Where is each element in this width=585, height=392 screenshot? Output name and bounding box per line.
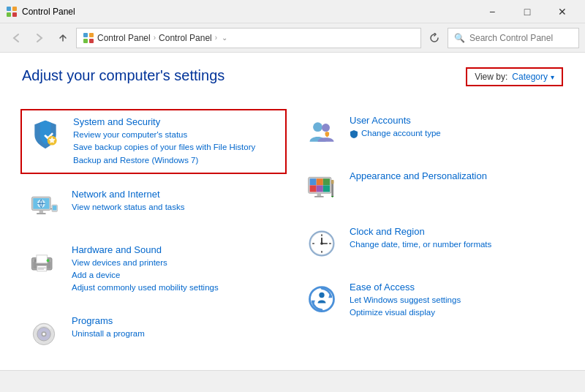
page-title: Adjust your computer's settings xyxy=(22,67,224,84)
path-segment-2: Control Panel xyxy=(159,33,212,43)
user-accounts-icon xyxy=(304,115,339,150)
category-hardware-sound[interactable]: Hardware and Sound View devices and prin… xyxy=(22,240,285,299)
right-column: User Accounts Change account type xyxy=(300,110,563,355)
dropdown-arrow-icon: ▾ xyxy=(551,73,554,81)
category-programs[interactable]: Programs Uninstall a program xyxy=(22,311,285,355)
svg-rect-14 xyxy=(37,213,46,214)
svg-rect-6 xyxy=(83,39,88,43)
svg-rect-22 xyxy=(37,265,47,271)
appearance-title[interactable]: Appearance and Personalization xyxy=(350,170,559,181)
network-internet-text: Network and Internet View network status… xyxy=(72,189,281,214)
app-icon xyxy=(6,6,18,18)
programs-icon xyxy=(26,315,61,350)
svg-rect-4 xyxy=(83,33,88,37)
category-system-security[interactable]: System and Security Review your computer… xyxy=(20,109,287,174)
programs-link-1[interactable]: Uninstall a program xyxy=(72,328,281,340)
system-security-link-3[interactable]: Backup and Restore (Windows 7) xyxy=(73,154,279,167)
svg-rect-13 xyxy=(39,210,44,213)
user-accounts-title[interactable]: User Accounts xyxy=(350,115,559,126)
clock-region-text: Clock and Region Change date, time, or n… xyxy=(350,226,559,251)
svg-rect-2 xyxy=(7,12,11,17)
svg-point-55 xyxy=(319,293,324,298)
hardware-sound-link-1[interactable]: View devices and printers xyxy=(72,257,281,269)
hardware-sound-text: Hardware and Sound View devices and prin… xyxy=(72,244,281,295)
network-internet-icon xyxy=(26,189,61,224)
search-box[interactable]: 🔍 xyxy=(448,28,579,48)
appearance-text: Appearance and Personalization xyxy=(350,170,559,183)
svg-rect-36 xyxy=(323,178,330,185)
svg-rect-7 xyxy=(89,39,94,43)
clock-region-title[interactable]: Clock and Region xyxy=(350,226,559,237)
svg-rect-0 xyxy=(7,7,11,11)
system-security-link-2[interactable]: Save backup copies of your files with Fi… xyxy=(73,141,279,154)
system-security-icon xyxy=(28,116,63,151)
maximize-button[interactable]: □ xyxy=(510,0,544,23)
svg-point-29 xyxy=(42,333,45,336)
system-security-title[interactable]: System and Security xyxy=(73,116,279,127)
svg-rect-5 xyxy=(89,33,94,37)
search-input[interactable] xyxy=(469,33,573,43)
minimize-button[interactable]: − xyxy=(475,0,509,23)
back-button[interactable] xyxy=(6,28,26,48)
clock-region-link-1[interactable]: Change date, time, or number formats xyxy=(350,238,559,251)
system-security-text: System and Security Review your computer… xyxy=(73,116,279,167)
view-by-box[interactable]: View by: Category ▾ xyxy=(466,67,563,86)
hardware-sound-icon xyxy=(26,244,61,279)
path-chevron2-icon: › xyxy=(215,34,217,42)
path-chevron-icon: › xyxy=(154,34,156,42)
programs-title[interactable]: Programs xyxy=(72,315,281,326)
user-shield-icon xyxy=(350,129,358,138)
category-user-accounts[interactable]: User Accounts Change account type xyxy=(300,110,563,154)
svg-rect-16 xyxy=(53,206,57,210)
view-by-dropdown[interactable]: Category ▾ xyxy=(512,72,554,82)
network-internet-title[interactable]: Network and Internet xyxy=(72,189,281,200)
category-appearance[interactable]: Appearance and Personalization xyxy=(300,166,563,210)
status-bar xyxy=(0,370,585,392)
address-path[interactable]: Control Panel › Control Panel › ⌄ xyxy=(76,28,421,48)
user-accounts-link-1[interactable]: Change account type xyxy=(361,127,441,140)
svg-point-52 xyxy=(320,242,323,245)
address-bar: Control Panel › Control Panel › ⌄ 🔍 xyxy=(0,23,585,53)
ease-access-icon xyxy=(304,282,339,317)
ease-access-title[interactable]: Ease of Access xyxy=(350,282,559,293)
appearance-icon xyxy=(304,170,339,206)
window-controls: − □ ✕ xyxy=(475,0,579,23)
svg-rect-3 xyxy=(12,12,17,17)
category-clock-region[interactable]: Clock and Region Change date, time, or n… xyxy=(300,222,563,265)
category-network-internet[interactable]: Network and Internet View network status… xyxy=(22,184,285,228)
refresh-button[interactable] xyxy=(424,28,445,48)
search-icon: 🔍 xyxy=(454,33,465,43)
category-ease-access[interactable]: Ease of Access Let Windows suggest setti… xyxy=(300,277,563,324)
window-title: Control Panel xyxy=(22,7,475,17)
left-column: System and Security Review your computer… xyxy=(22,110,285,355)
ease-access-text: Ease of Access Let Windows suggest setti… xyxy=(350,282,559,320)
ease-access-link-2[interactable]: Optimize visual display xyxy=(350,306,559,319)
svg-rect-1 xyxy=(12,7,17,11)
system-security-link-1[interactable]: Review your computer's status xyxy=(73,129,279,141)
forward-button[interactable] xyxy=(29,28,50,48)
svg-rect-35 xyxy=(317,178,323,185)
main-content: Adjust your computer's settings View by:… xyxy=(0,53,585,370)
network-internet-link-1[interactable]: View network status and tasks xyxy=(72,201,281,214)
hardware-sound-link-2[interactable]: Add a device xyxy=(72,269,281,282)
svg-point-25 xyxy=(47,259,50,262)
title-bar: Control Panel − □ ✕ xyxy=(0,0,585,23)
close-button[interactable]: ✕ xyxy=(546,0,579,23)
clock-region-icon xyxy=(304,226,339,261)
up-button[interactable] xyxy=(53,28,73,48)
svg-point-31 xyxy=(322,124,330,132)
hardware-sound-link-3[interactable]: Adjust commonly used mobility settings xyxy=(72,282,281,294)
ease-access-link-1[interactable]: Let Windows suggest settings xyxy=(350,294,559,306)
view-by-value: Category xyxy=(512,72,548,82)
svg-rect-38 xyxy=(317,185,323,192)
programs-text: Programs Uninstall a program xyxy=(72,315,281,340)
svg-rect-39 xyxy=(323,185,330,192)
hardware-sound-title[interactable]: Hardware and Sound xyxy=(72,244,281,255)
svg-point-30 xyxy=(313,122,322,132)
svg-rect-41 xyxy=(314,196,324,197)
svg-rect-37 xyxy=(310,185,317,192)
svg-rect-34 xyxy=(310,178,317,185)
path-segment-1: Control Panel xyxy=(97,33,151,43)
view-by-label: View by: xyxy=(475,72,507,82)
user-accounts-text: User Accounts Change account type xyxy=(350,115,559,140)
